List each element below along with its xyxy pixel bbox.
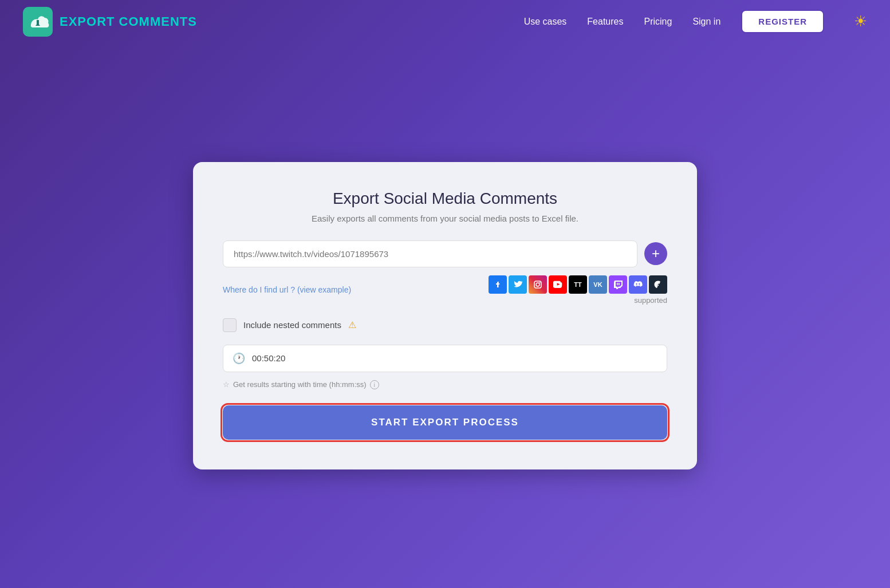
twitter-icon[interactable]: [509, 275, 527, 294]
time-input-row: 🕐: [223, 345, 667, 372]
nested-comments-label: Include nested comments: [243, 320, 341, 330]
steam-icon[interactable]: [649, 275, 667, 294]
nav-pricing[interactable]: Pricing: [644, 17, 672, 27]
time-input[interactable]: [252, 353, 657, 363]
help-link[interactable]: Where do I find url ? (view example): [223, 285, 351, 294]
logo-text: EXPORT COMMENTS: [60, 14, 197, 29]
start-export-button[interactable]: START EXPORT PROCESS: [223, 405, 667, 440]
add-url-button[interactable]: +: [644, 242, 667, 265]
nav-features[interactable]: Features: [587, 17, 623, 27]
twitch-icon[interactable]: [609, 275, 627, 294]
instagram-icon[interactable]: [529, 275, 547, 294]
svg-rect-3: [37, 20, 39, 25]
social-icons-section: TT VK supported: [489, 275, 667, 305]
main-nav: Use cases Features Pricing Sign in REGIS…: [524, 10, 867, 33]
url-input[interactable]: [223, 240, 637, 267]
helper-row: Where do I find url ? (view example): [223, 275, 667, 305]
star-icon: ☆: [223, 380, 230, 389]
nested-comments-row: Include nested comments ⚠: [223, 318, 667, 332]
url-input-row: +: [223, 240, 667, 267]
supported-label: supported: [634, 296, 667, 305]
logo[interactable]: EXPORT COMMENTS: [23, 7, 197, 37]
export-card: Export Social Media Comments Easily expo…: [193, 162, 697, 469]
nested-comments-checkbox[interactable]: [223, 318, 237, 332]
youtube-icon[interactable]: [549, 275, 567, 294]
export-button-wrapper: START EXPORT PROCESS: [223, 405, 667, 440]
time-hint-text: Get results starting with time (hh:mm:ss…: [233, 380, 367, 389]
warning-icon: ⚠: [348, 319, 356, 330]
vk-icon[interactable]: VK: [589, 275, 607, 294]
svg-rect-8: [617, 283, 618, 285]
social-icons-row: TT VK: [489, 275, 667, 294]
info-icon[interactable]: i: [370, 380, 379, 389]
logo-icon: [23, 7, 53, 37]
nav-sign-in[interactable]: Sign in: [692, 17, 720, 27]
facebook-icon[interactable]: [489, 275, 507, 294]
site-header: EXPORT COMMENTS Use cases Features Prici…: [0, 0, 890, 43]
svg-rect-7: [619, 283, 620, 285]
plus-icon: +: [652, 246, 660, 262]
card-title: Export Social Media Comments: [223, 190, 667, 208]
time-hint-row: ☆ Get results starting with time (hh:mm:…: [223, 380, 667, 389]
discord-icon[interactable]: [629, 275, 647, 294]
card-subtitle: Easily exports all comments from your so…: [223, 214, 667, 223]
tiktok-icon[interactable]: TT: [569, 275, 587, 294]
clock-icon: 🕐: [233, 352, 245, 365]
nav-use-cases[interactable]: Use cases: [524, 17, 567, 27]
svg-point-5: [536, 283, 539, 286]
theme-toggle-icon[interactable]: ☀: [854, 13, 867, 30]
main-content: Export Social Media Comments Easily expo…: [0, 43, 890, 588]
svg-point-6: [539, 282, 541, 283]
register-button[interactable]: REGISTER: [741, 10, 824, 33]
